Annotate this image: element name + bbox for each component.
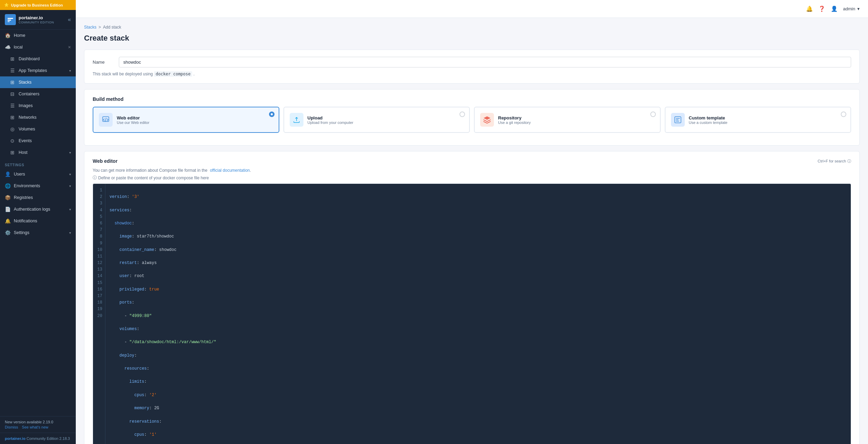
editor-define-hint: ⓘ Define or paste the content of your do…: [93, 175, 851, 181]
sidebar-item-volumes[interactable]: ◎ Volumes: [0, 123, 76, 135]
name-row: Name: [93, 57, 851, 67]
official-docs-link[interactable]: official documentation: [210, 168, 250, 173]
see-whats-new-link[interactable]: See what's new: [22, 425, 49, 429]
line-numbers: 12345 678910 1112131415 1617181920: [93, 184, 105, 444]
build-methods-grid: Web editor Use our Web editor Upload: [93, 107, 851, 133]
upload-radio[interactable]: [459, 112, 465, 117]
repository-subtitle: Use a git repository: [498, 120, 531, 125]
breadcrumb-stacks-link[interactable]: Stacks: [84, 25, 96, 30]
code-editor[interactable]: 12345 678910 1112131415 1617181920 versi…: [93, 183, 851, 444]
web-editor-subtitle: Use our Web editor: [117, 120, 149, 125]
settings-section-label: Settings: [0, 158, 76, 168]
custom-template-subtitle: Use a custom template: [689, 120, 728, 125]
user-menu[interactable]: admin ▾: [843, 6, 860, 11]
upgrade-banner[interactable]: ⭐ Upgrade to Business Edition: [0, 0, 76, 10]
registries-label: Registries: [14, 195, 33, 200]
web-editor-radio[interactable]: [269, 112, 275, 117]
breadcrumb-separator: >: [99, 25, 101, 30]
user-icon[interactable]: 👤: [831, 6, 838, 12]
web-editor-icon: [99, 113, 113, 127]
repository-radio[interactable]: [650, 112, 656, 117]
settings-chevron: ▾: [69, 231, 71, 235]
new-version-notice: New version available 2.19.0: [5, 420, 71, 424]
sidebar-item-local[interactable]: ☁️ local ✕: [0, 41, 76, 53]
sidebar-item-registries[interactable]: 📦 Registries: [0, 192, 76, 203]
logo-mark: portainer.io COMMUNITY EDITION: [5, 14, 54, 25]
containers-label: Containers: [19, 92, 39, 96]
stacks-label: Stacks: [19, 80, 32, 85]
images-label: Images: [19, 103, 33, 108]
dismiss-link[interactable]: Dismiss: [5, 425, 18, 429]
notifications-label: Notifications: [14, 219, 37, 223]
users-chevron: ▾: [69, 172, 71, 176]
logo-brand: portainer.io: [19, 15, 54, 21]
sidebar-footer: portainer.io Community Edition 2.18.3: [0, 433, 76, 444]
sidebar-item-home[interactable]: 🏠 Home: [0, 30, 76, 41]
custom-template-text: Custom template Use a custom template: [689, 115, 728, 125]
name-label: Name: [93, 60, 113, 65]
breadcrumb-current: Add stack: [103, 25, 121, 30]
editor-hint: You can get more information about Compo…: [93, 168, 851, 173]
app-templates-chevron: ▾: [69, 69, 71, 73]
build-option-web-editor[interactable]: Web editor Use our Web editor: [93, 107, 279, 133]
name-input[interactable]: [119, 57, 851, 67]
sidebar-bottom: New version available 2.19.0 Dismiss See…: [0, 416, 76, 433]
local-close-icon[interactable]: ✕: [68, 45, 71, 50]
build-option-repository[interactable]: Repository Use a git repository: [474, 107, 661, 133]
logo-edition: COMMUNITY EDITION: [19, 21, 54, 24]
user-chevron-icon: ▾: [857, 6, 860, 11]
host-icon: ⊞: [10, 150, 15, 155]
sidebar-item-app-templates[interactable]: ☰ App Templates ▾: [0, 65, 76, 76]
repo-icon: [480, 113, 494, 127]
notifications-bell-icon[interactable]: 🔔: [806, 6, 813, 12]
page-content: Stacks > Add stack Create stack Name Thi…: [76, 18, 868, 444]
sidebar-item-settings[interactable]: ⚙️ Settings ▾: [0, 227, 76, 239]
name-card: Name This stack will be deployed using d…: [84, 50, 860, 84]
footer-brand: portainer.io Community Edition 2.18.3: [5, 436, 70, 441]
sidebar-item-notifications[interactable]: 🔔 Notifications: [0, 215, 76, 227]
build-option-upload[interactable]: Upload Upload from your computer: [283, 107, 470, 133]
code-lines[interactable]: version: '3' services: showdoc: image: s…: [105, 184, 851, 444]
topbar: 🔔 ❓ 👤 admin ▾: [76, 0, 868, 18]
sidebar-item-environments[interactable]: 🌐 Environments ▾: [0, 180, 76, 192]
upload-title: Upload: [308, 115, 353, 120]
sidebar: ⭐ Upgrade to Business Edition portainer.…: [0, 0, 76, 444]
footer-edition: Community Edition 2.18.3: [27, 436, 70, 441]
sidebar-item-events[interactable]: ⊙ Events: [0, 135, 76, 147]
volumes-label: Volumes: [19, 127, 35, 131]
logo-icon: [5, 14, 16, 25]
sidebar-item-auth-logs[interactable]: 📄 Authentication logs ▾: [0, 203, 76, 215]
main-content: 🔔 ❓ 👤 admin ▾ Stacks > Add stack Create …: [76, 0, 868, 444]
events-label: Events: [19, 138, 32, 143]
sidebar-item-containers[interactable]: ⊟ Containers: [0, 88, 76, 100]
environments-icon: 🌐: [5, 183, 10, 189]
stacks-icon: ⊞: [10, 80, 15, 85]
svg-rect-1: [8, 20, 11, 21]
repository-title: Repository: [498, 115, 531, 120]
upload-text: Upload Upload from your computer: [308, 115, 353, 125]
sidebar-item-host[interactable]: ⊞ Host ▾: [0, 147, 76, 158]
upload-icon: [290, 113, 303, 127]
sidebar-item-stacks[interactable]: ⊞ Stacks: [0, 76, 76, 88]
dashboard-icon: ⊞: [10, 56, 15, 62]
new-version-text: New version available 2.19.0: [5, 420, 53, 424]
build-option-custom-template[interactable]: Custom template Use a custom template: [665, 107, 851, 133]
custom-template-radio[interactable]: [841, 112, 846, 117]
deploy-command: docker compose: [154, 71, 192, 77]
sidebar-item-users[interactable]: 👤 Users ▾: [0, 168, 76, 180]
sidebar-item-images[interactable]: ☰ Images: [0, 100, 76, 112]
sidebar-collapse-button[interactable]: «: [68, 17, 71, 23]
help-icon[interactable]: ❓: [818, 6, 825, 12]
host-label: Host: [19, 150, 28, 155]
build-method-title: Build method: [93, 96, 851, 102]
editor-hint-text: You can get more information about Compo…: [93, 168, 207, 173]
deploy-note: This stack will be deployed using docker…: [93, 72, 851, 76]
web-editor-title: Web editor: [117, 115, 149, 120]
build-method-card: Build method Web editor Use our Web edit…: [84, 89, 860, 146]
editor-shortcut: Ctrl+F for search ⓘ: [818, 159, 851, 164]
auth-logs-icon: 📄: [5, 207, 10, 212]
notifications-icon: 🔔: [5, 218, 10, 224]
sidebar-item-dashboard[interactable]: ⊞ Dashboard: [0, 53, 76, 65]
sidebar-item-networks[interactable]: ⊞ Networks: [0, 112, 76, 123]
upload-subtitle: Upload from your computer: [308, 120, 353, 125]
